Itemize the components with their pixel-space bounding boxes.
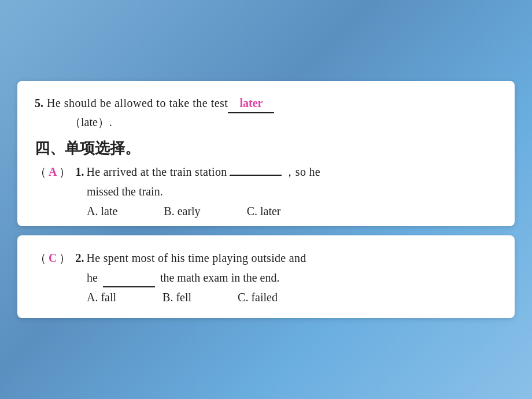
mc1-second-line: missed the train. bbox=[87, 182, 497, 201]
question-5: 5. He should be allowed to take the test… bbox=[35, 94, 497, 130]
mc2-second-line-part2: the math exam in the end. bbox=[160, 271, 280, 284]
mc1-answer: A bbox=[49, 162, 57, 182]
mc2-paren-left: （ bbox=[35, 248, 46, 268]
mc1-option-a: A. late bbox=[87, 205, 117, 218]
mc1-sentence-part1: He arrived at the train station bbox=[86, 162, 227, 182]
section-title: 四、单项选择。 bbox=[35, 138, 497, 158]
mc1-paren-right: ） bbox=[59, 162, 71, 182]
q5-text: He should be allowed to take the test bbox=[47, 94, 228, 112]
mc1-header: （ A ） 1. He arrived at the train station… bbox=[35, 162, 497, 182]
mc2-sentence-part1: He spent most of his time playing outsid… bbox=[86, 248, 306, 268]
q5-sentence-line: 5. He should be allowed to take the test… bbox=[35, 94, 497, 113]
mc2-option-b: B. fell bbox=[162, 291, 191, 304]
mc2-paren-right: ） bbox=[59, 248, 71, 268]
mc-question-2: （ C ） 2. He spent most of his time playi… bbox=[35, 248, 497, 304]
mc2-options: A. fall B. fell C. failed bbox=[87, 291, 497, 304]
mc1-blank bbox=[230, 175, 282, 176]
mc2-second-line-part1: he bbox=[87, 271, 98, 284]
mc2-number: 2. bbox=[75, 248, 84, 268]
q5-answer: later bbox=[228, 94, 274, 113]
mc2-blank bbox=[103, 286, 155, 287]
mc2-header: （ C ） 2. He spent most of his time playi… bbox=[35, 248, 497, 268]
mc-question-1: （ A ） 1. He arrived at the train station… bbox=[35, 162, 497, 218]
card-2: （ C ） 2. He spent most of his time playi… bbox=[17, 235, 515, 318]
q5-hint: （late）. bbox=[69, 114, 497, 130]
q5-number: 5. bbox=[35, 94, 43, 112]
mc2-answer: C bbox=[49, 248, 57, 268]
mc1-options: A. late B. early C. later bbox=[87, 205, 497, 218]
card-1: 5. He should be allowed to take the test… bbox=[17, 81, 515, 226]
mc2-option-a: A. fall bbox=[87, 291, 116, 304]
mc1-option-c: C. later bbox=[247, 205, 281, 218]
mc1-paren-left: （ bbox=[35, 162, 46, 182]
mc2-second-line: he the math exam in the end. bbox=[87, 268, 497, 287]
mc1-sentence-part2: ，so he bbox=[284, 162, 320, 182]
mc1-number: 1. bbox=[75, 162, 84, 182]
mc2-option-c: C. failed bbox=[238, 291, 278, 304]
mc1-option-b: B. early bbox=[164, 205, 200, 218]
